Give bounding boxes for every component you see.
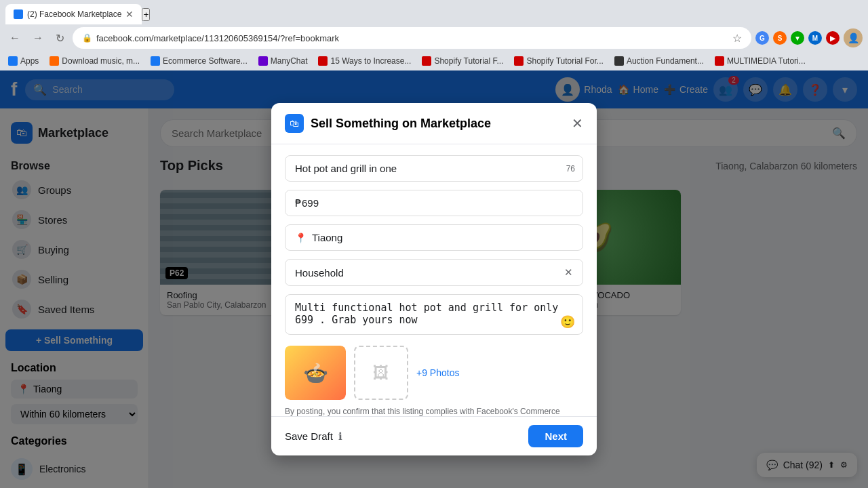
image-placeholder-icon: 🖼 <box>373 363 389 382</box>
forward-button[interactable]: → <box>28 29 47 47</box>
tab-close-btn[interactable]: ✕ <box>125 9 134 20</box>
refresh-button[interactable]: ↻ <box>52 29 68 47</box>
bookmark-manychat-label: ManyChat <box>271 56 308 66</box>
ext-icon-3[interactable]: ▼ <box>791 31 804 45</box>
modal-location-text: Tiaong <box>312 232 342 243</box>
modal-overlay[interactable]: 🛍 Sell Something on Marketplace ✕ 76 📍 T… <box>0 70 868 488</box>
add-photo-button[interactable]: 🖼 <box>354 346 408 400</box>
policy-text: By posting, you confirm that this listin… <box>285 405 583 416</box>
bookmark-shopify1-icon <box>422 56 431 66</box>
bookmark-auction-icon <box>614 56 624 66</box>
bookmark-15ways[interactable]: 15 Ways to Increase... <box>315 55 414 67</box>
modal-footer: Save Draft ℹ Next <box>271 416 597 455</box>
title-field-row: 76 <box>285 155 583 182</box>
tab-bar: (2) Facebook Marketplace ✕ + <box>0 0 868 24</box>
bookmark-apps-label: Apps <box>20 56 39 66</box>
back-button[interactable]: ← <box>5 29 24 47</box>
lock-icon: 🔒 <box>82 33 92 43</box>
location-field-row: 📍 Tiaong <box>285 224 583 251</box>
bookmark-download[interactable]: Download music, m... <box>47 55 142 67</box>
category-clear-button[interactable]: ✕ <box>564 266 573 279</box>
tab-title: (2) Facebook Marketplace <box>27 9 121 19</box>
save-draft-button[interactable]: Save Draft ℹ <box>285 430 342 443</box>
bookmark-ecommerce-label: Ecommerce Software... <box>163 56 248 66</box>
url-text: facebook.com/marketplace/113120605369154… <box>96 33 728 43</box>
tab-favicon <box>14 9 23 19</box>
item-title-input[interactable] <box>285 155 583 182</box>
sell-modal: 🛍 Sell Something on Marketplace ✕ 76 📍 T… <box>271 103 597 455</box>
bookmark-15ways-icon <box>318 56 328 66</box>
bookmark-manychat[interactable]: ManyChat <box>256 55 311 67</box>
bookmark-ecommerce-icon <box>151 56 160 66</box>
ext-icon-2[interactable]: S <box>773 31 787 45</box>
description-field-row: 🙂 <box>285 294 583 338</box>
bookmark-15ways-label: 15 Ways to Increase... <box>330 56 411 66</box>
address-bar: ← → ↻ 🔒 facebook.com/marketplace/1131206… <box>0 24 868 52</box>
char-count: 76 <box>566 164 575 174</box>
bookmark-star-icon[interactable]: ☆ <box>732 32 742 45</box>
info-icon: ℹ <box>338 430 342 443</box>
bookmark-multimedia-label: MULTIMEDIA Tutori... <box>727 56 806 66</box>
emoji-button[interactable]: 🙂 <box>560 314 575 329</box>
location-pin-icon: 📍 <box>295 232 307 243</box>
next-button[interactable]: Next <box>528 425 583 447</box>
bookmarks-bar: Apps Download music, m... Ecommerce Soft… <box>0 52 868 70</box>
profile-avatar-header[interactable]: 👤 <box>844 28 863 47</box>
bookmark-ecommerce[interactable]: Ecommerce Software... <box>148 55 250 67</box>
bookmark-shopify1[interactable]: Shopify Tutorial F... <box>419 55 506 67</box>
bookmark-download-label: Download music, m... <box>62 56 140 66</box>
bookmark-apps-icon <box>8 56 18 66</box>
modal-title: Sell Something on Marketplace <box>311 117 565 131</box>
bookmark-auction[interactable]: Auction Fundament... <box>612 55 707 67</box>
bookmark-auction-label: Auction Fundament... <box>627 56 704 66</box>
modal-mp-icon: 🛍 <box>285 114 304 133</box>
modal-category-text: Household <box>295 267 344 279</box>
category-row[interactable]: Household ✕ <box>285 259 583 286</box>
bookmark-download-icon <box>50 56 59 66</box>
location-row[interactable]: 📍 Tiaong <box>285 224 583 251</box>
category-field-row: Household ✕ <box>285 259 583 286</box>
bookmark-shopify1-label: Shopify Tutorial F... <box>434 56 503 66</box>
description-textarea[interactable] <box>285 294 583 335</box>
modal-close-button[interactable]: ✕ <box>572 115 583 131</box>
bookmark-multimedia-icon <box>715 56 724 66</box>
bookmark-shopify2-label: Shopify Tutorial For... <box>526 56 603 66</box>
modal-header: 🛍 Sell Something on Marketplace ✕ <box>271 103 597 144</box>
ext-icon-5[interactable]: ▶ <box>826 31 840 45</box>
new-tab-button[interactable]: + <box>142 8 150 21</box>
bookmark-apps[interactable]: Apps <box>5 55 41 67</box>
bookmark-manychat-icon <box>258 56 268 66</box>
price-input[interactable] <box>285 190 583 216</box>
ext-icon-1[interactable]: G <box>755 31 769 45</box>
bookmark-shopify2[interactable]: Shopify Tutorial For... <box>511 55 606 67</box>
ext-icon-4[interactable]: M <box>808 31 822 45</box>
modal-body: 76 📍 Tiaong Household ✕ <box>271 144 597 416</box>
price-field-row <box>285 190 583 216</box>
extension-icons: G S ▼ M ▶ <box>755 31 840 45</box>
photo-thumb-1[interactable]: 🍲 <box>285 346 346 400</box>
browser-chrome: (2) Facebook Marketplace ✕ + ← → ↻ 🔒 fac… <box>0 0 868 70</box>
url-bar[interactable]: 🔒 facebook.com/marketplace/1131206053691… <box>73 27 751 49</box>
bookmark-shopify2-icon <box>514 56 524 66</box>
photos-row: 🍲 🖼 +9 Photos <box>285 346 583 400</box>
active-tab[interactable]: (2) Facebook Marketplace ✕ <box>5 4 142 24</box>
bookmark-multimedia[interactable]: MULTIMEDIA Tutori... <box>712 55 808 67</box>
photos-count-label[interactable]: +9 Photos <box>416 367 459 378</box>
save-draft-label: Save Draft <box>285 430 333 442</box>
